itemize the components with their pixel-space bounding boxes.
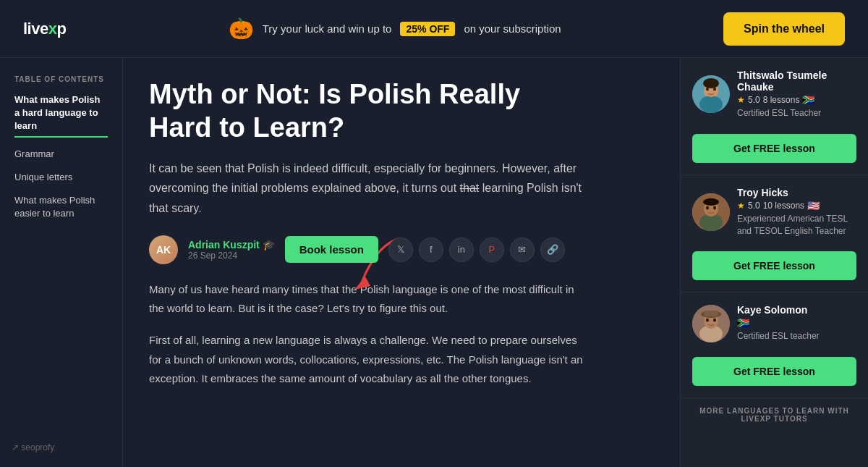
tutor-name-1: Thitswalo Tsumele Chauke [737, 70, 856, 93]
tutor-avatar-2 [692, 193, 730, 231]
tutor-flag-3: 🇿🇦 [737, 317, 749, 329]
tutor-name-3: Kaye Solomon [737, 304, 856, 316]
email-icon[interactable]: ✉ [510, 237, 535, 262]
article-paragraph-2: First of all, learning a new language is… [149, 331, 583, 388]
tutor-avatar-3 [692, 305, 730, 342]
article-title: Myth or Not: Is Polish Really Hard to Le… [149, 78, 583, 144]
tutor-rating-value-2: 5.0 [748, 201, 760, 211]
svg-point-12 [713, 206, 716, 209]
free-lesson-btn-3[interactable]: Get FREE lesson [692, 357, 856, 386]
author-date: 26 Sep 2024 [188, 251, 275, 261]
link-icon[interactable]: 🔗 [540, 237, 565, 262]
toc-item-grammar[interactable]: Grammar [14, 148, 108, 161]
tutor-card-3: Kaye Solomon 🇿🇦 Certified ESL teacher [681, 293, 868, 342]
table-of-contents: TABLE OF CONTENTS What makes Polish a ha… [0, 58, 123, 467]
tutor-card-2: Troy Hicks ★ 5.0 10 lessons 🇺🇸 Experienc… [681, 175, 868, 237]
tutor-details-3: Kaye Solomon 🇿🇦 Certified ESL teacher [737, 304, 856, 342]
svg-rect-20 [704, 311, 718, 316]
author-row: AK Adrian Kuszpit 🎓 26 Sep 2024 Book les… [149, 235, 654, 264]
tutor-info-1: Thitswalo Tsumele Chauke ★ 5.0 8 lessons… [692, 70, 856, 119]
author-info: Adrian Kuszpit 🎓 26 Sep 2024 [188, 239, 275, 261]
toc-heading: TABLE OF CONTENTS [14, 75, 108, 83]
author-badge: 🎓 [263, 239, 275, 251]
tutor-rating-3: 🇿🇦 [737, 317, 856, 329]
free-lesson-btn-1[interactable]: Get FREE lesson [692, 134, 856, 163]
twitter-icon[interactable]: 𝕏 [388, 237, 413, 262]
promo-banner: 🎃 Try your luck and win up to 25% OFF on… [229, 17, 561, 41]
article-content: Myth or Not: Is Polish Really Hard to Le… [123, 58, 680, 467]
main-layout: TABLE OF CONTENTS What makes Polish a ha… [0, 58, 868, 467]
tutor-desc-1: Certified ESL Teacher [737, 107, 856, 119]
tutor-lessons-2: 10 lessons [763, 201, 804, 211]
tutor-rating-value-1: 5.0 [748, 95, 760, 105]
header: livexp 🎃 Try your luck and win up to 25%… [0, 0, 868, 58]
right-sidebar: Thitswalo Tsumele Chauke ★ 5.0 8 lessons… [680, 58, 868, 467]
tutor-name-2: Troy Hicks [737, 187, 856, 198]
spin-wheel-button[interactable]: Spin the wheel [723, 12, 845, 46]
promo-text-after: on your subscription [464, 22, 561, 35]
social-icons: 𝕏 f in P ✉ 🔗 [388, 237, 565, 262]
toc-item-unique-letters[interactable]: Unique letters [14, 171, 108, 184]
toc-item-what-makes-polish[interactable]: What makes Polish a hard language to lea… [14, 93, 108, 138]
tutor-details-2: Troy Hicks ★ 5.0 10 lessons 🇺🇸 Experienc… [737, 187, 856, 237]
star-icon-2: ★ [737, 201, 745, 211]
article-intro: It can be seen that Polish is indeed dif… [149, 159, 583, 218]
tutor-desc-2: Experienced American TESL and TESOL Engl… [737, 213, 856, 237]
promo-badge: 25% OFF [400, 22, 455, 36]
tutor-lessons-1: 8 lessons [763, 95, 800, 105]
facebook-icon[interactable]: f [419, 237, 443, 262]
svg-point-3 [699, 96, 723, 113]
tutor-info-2: Troy Hicks ★ 5.0 10 lessons 🇺🇸 Experienc… [692, 187, 856, 237]
linkedin-icon[interactable]: in [449, 237, 474, 262]
svg-point-17 [706, 318, 709, 321]
toc-item-easier[interactable]: What makes Polish easier to learn [14, 194, 108, 220]
pumpkin-icon: 🎃 [229, 17, 254, 41]
svg-point-13 [703, 198, 719, 206]
author-name: Adrian Kuszpit 🎓 [188, 239, 275, 251]
tutor-flag-2: 🇺🇸 [807, 200, 820, 211]
seoprofy-label: ↗ seoprofy [12, 442, 54, 453]
promo-text-before: Try your luck and win up to [263, 22, 392, 35]
strikethrough-text: that [460, 182, 480, 194]
tutor-desc-3: Certified ESL teacher [737, 330, 856, 342]
tutor-flag-1: 🇿🇦 [802, 94, 814, 106]
free-lesson-btn-2[interactable]: Get FREE lesson [692, 251, 856, 280]
author-avatar: AK [149, 235, 178, 264]
svg-point-18 [713, 318, 716, 321]
tutor-card-1: Thitswalo Tsumele Chauke ★ 5.0 8 lessons… [681, 58, 868, 119]
star-icon-1: ★ [737, 95, 745, 105]
more-languages-label: MORE LANGUAGES TO LEARN WITH LIVEXP TUTO… [681, 398, 868, 432]
tutor-details-1: Thitswalo Tsumele Chauke ★ 5.0 8 lessons… [737, 70, 856, 119]
svg-point-7 [703, 78, 719, 88]
article-body: Many of us have heard many times that th… [149, 280, 583, 388]
tutor-rating-1: ★ 5.0 8 lessons 🇿🇦 [737, 94, 856, 106]
tutor-info-3: Kaye Solomon 🇿🇦 Certified ESL teacher [692, 304, 856, 342]
article-paragraph-1: Many of us have heard many times that th… [149, 280, 583, 319]
pinterest-icon[interactable]: P [480, 237, 504, 262]
tutor-avatar-1 [692, 75, 730, 113]
book-lesson-button[interactable]: Book lesson [285, 236, 378, 263]
svg-point-11 [706, 206, 709, 209]
logo: livexp [23, 20, 66, 38]
tutor-rating-2: ★ 5.0 10 lessons 🇺🇸 [737, 200, 856, 211]
